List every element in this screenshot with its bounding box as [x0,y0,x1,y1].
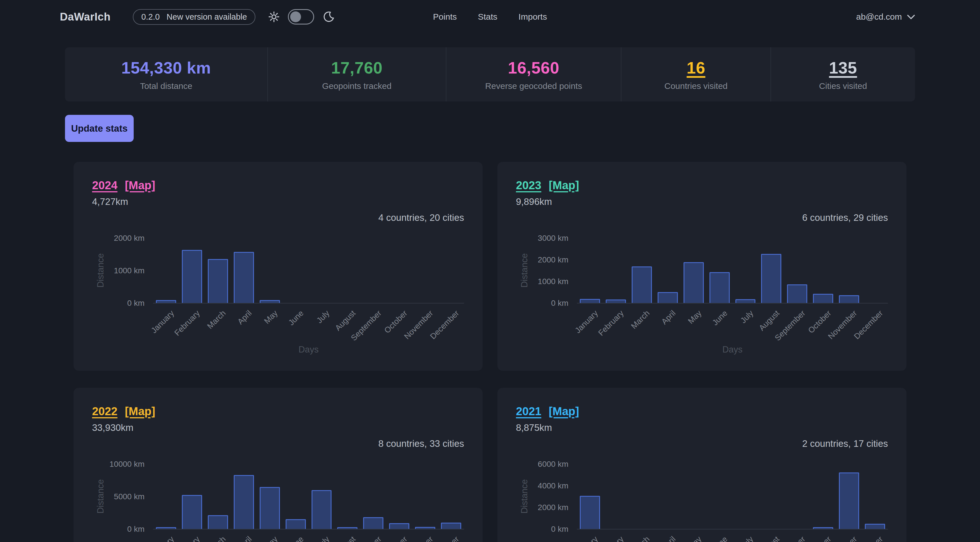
bar-july[interactable] [312,490,332,529]
bar-august[interactable] [337,527,358,529]
user-email: ab@cd.com [856,12,902,22]
nav-link-points[interactable]: Points [433,12,457,22]
y-axis-tick-label: 0 km [127,525,145,534]
y-axis-tick-label: 5000 km [114,492,145,501]
x-axis-tick-label: July [315,535,331,542]
distance-bar-chart-2022: Distance 0 km5000 km10000 km JanuaryFebr… [92,455,464,542]
bar-january[interactable] [580,299,600,303]
x-axis-tick-label: March [629,308,652,331]
map-link-2022[interactable]: [Map] [125,405,155,418]
x-axis-tick-label: April [660,535,678,542]
theme-toggle-switch[interactable] [288,9,314,24]
year-link-2022[interactable]: 2022 [92,405,118,418]
bar-may[interactable] [684,262,704,303]
stat-value: 16,560 [508,58,559,77]
bar-slot [810,464,836,529]
year-card-2024: 2024 [Map] 4,727km 4 countries, 20 citie… [73,162,483,371]
bar-august[interactable] [761,254,781,303]
bar-slot [706,464,733,529]
bar-july[interactable] [735,299,756,303]
x-axis-tick-label: August [757,308,781,332]
x-axis-tick-label: March [205,308,228,331]
app-logo[interactable]: DaWarIch [60,11,111,23]
bar-february[interactable] [606,299,626,303]
bar-january[interactable] [156,300,176,303]
map-link-2021[interactable]: [Map] [549,405,579,418]
bar-february[interactable] [182,495,202,529]
bar-october[interactable] [389,523,409,529]
stat-value: 154,330 km [121,58,211,77]
bar-june[interactable] [286,519,306,529]
y-axis-tick-label: 1000 km [538,277,568,286]
bar-february[interactable] [182,250,202,303]
bar-december[interactable] [441,523,461,529]
bar-january[interactable] [580,496,600,529]
nav-link-stats[interactable]: Stats [478,12,497,22]
stat-label: Geopoints tracked [322,81,391,91]
stat-cities-visited: 135 Cities visited [770,47,915,102]
bar-october[interactable] [813,294,833,303]
bar-slot [836,464,862,529]
bar-november[interactable] [839,295,859,303]
stat-label: Cities visited [819,81,867,91]
chart-plot-area [577,464,888,529]
bar-slot [438,464,464,529]
bar-slot [784,464,810,529]
bar-may[interactable] [260,487,280,529]
sun-icon [268,11,280,23]
card-head: 2024 [Map] [92,179,464,192]
bar-september[interactable] [363,517,383,529]
bar-slot [655,464,681,529]
bar-march[interactable] [208,515,228,529]
bar-slot [360,464,386,529]
year-link-2023[interactable]: 2023 [516,179,541,192]
stat-label: Reverse geocoded points [485,81,582,91]
year-distance: 9,896km [516,196,888,207]
update-stats-button[interactable]: Update stats [65,115,134,142]
bar-april[interactable] [234,252,254,303]
year-summary: 6 countries, 29 cities [516,212,888,223]
card-head: 2021 [Map] [516,405,888,418]
bar-slot [412,464,438,529]
bar-april[interactable] [658,292,678,303]
bar-slot [205,464,231,529]
stat-label: Countries visited [665,81,728,91]
cities-visited-link[interactable]: 135 [829,58,857,77]
bar-january[interactable] [156,527,176,529]
y-axis-tick-label: 0 km [127,299,145,308]
bar-june[interactable] [710,272,730,303]
bar-november[interactable] [415,527,435,529]
main-nav: Points Stats Imports [433,12,547,22]
version-badge[interactable]: 0.2.0 New version available [133,9,256,25]
map-link-2024[interactable]: [Map] [125,179,155,192]
bar-september[interactable] [787,285,807,303]
bar-may[interactable] [260,300,280,303]
bar-slot [706,238,733,303]
bar-slot [784,238,810,303]
x-axis-tick-label: January [573,308,600,335]
countries-visited-link[interactable]: 16 [687,58,705,77]
nav-link-imports[interactable]: Imports [519,12,547,22]
bar-october[interactable] [813,527,833,529]
user-menu[interactable]: ab@cd.com [856,12,914,22]
year-link-2024[interactable]: 2024 [92,179,118,192]
bar-april[interactable] [234,475,254,529]
chart-plot-area [153,238,464,304]
x-axis-tick-label: July [315,308,331,325]
bar-december[interactable] [865,524,885,529]
x-axis-labels: JanuaryFebruaryMarchAprilMayJuneJulyAugu… [153,530,464,542]
bar-slot [283,464,309,529]
x-axis-tick-label: August [757,535,781,542]
bar-slot [577,464,603,529]
bar-november[interactable] [839,472,859,529]
x-axis-tick-label: October [807,535,833,542]
x-axis-tick-label: August [333,308,357,332]
stat-label: Total distance [140,81,192,91]
bar-march[interactable] [632,267,652,303]
x-axis-tick-label: February [597,535,626,542]
bar-march[interactable] [208,259,228,303]
version-label: New version available [167,12,247,22]
map-link-2023[interactable]: [Map] [549,179,579,192]
year-link-2021[interactable]: 2021 [516,405,541,418]
bar-slot [577,238,603,303]
